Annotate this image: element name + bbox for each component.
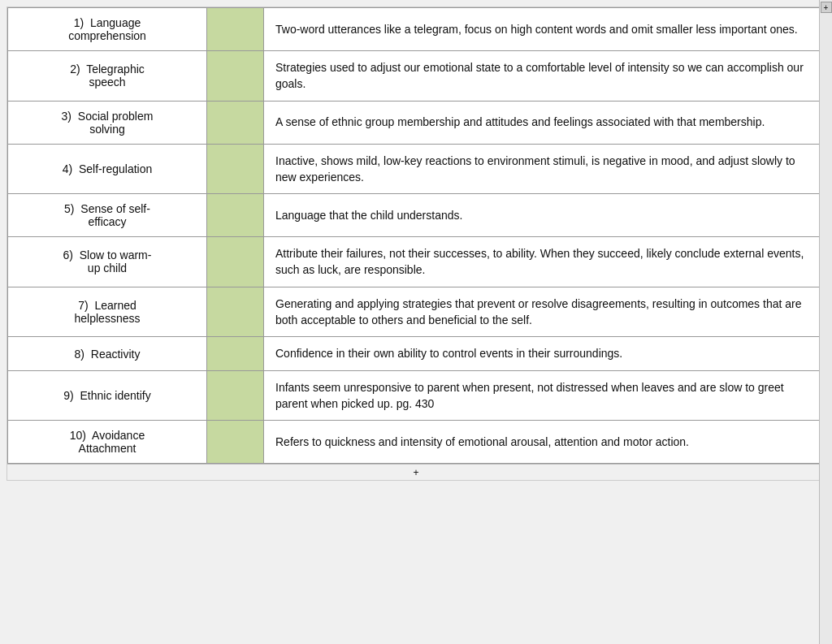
row-description: A sense of ethnic group membership and a… — [264, 101, 825, 144]
row-term: AvoidanceAttachment — [79, 429, 145, 455]
row-green-cell — [207, 144, 264, 194]
row-green-cell — [207, 370, 264, 421]
row-number: 5) — [64, 202, 74, 215]
table-row: 8) Reactivity Confidence in their own ab… — [8, 337, 825, 370]
table-row: 5) Sense of self-efficacy Language that … — [8, 194, 825, 237]
row-description: Confidence in their own ability to contr… — [264, 337, 825, 370]
main-page: 1) Languagecomprehension Two-word uttera… — [6, 6, 826, 481]
scrollbar[interactable]: + — [819, 0, 832, 487]
table-row: 2) Telegraphicspeech Strategies used to … — [8, 51, 825, 102]
row-description: Strategies used to adjust our emotional … — [264, 51, 825, 102]
table-row: 6) Slow to warm-up child Attribute their… — [8, 237, 825, 287]
row-term: Slow to warm-up child — [80, 249, 152, 274]
row-description: Language that the child understands. — [264, 194, 825, 237]
row-description: Two-word utterances like a telegram, foc… — [264, 8, 825, 51]
row-number: 10) — [70, 429, 86, 442]
row-label: 7) Learnedhelplessness — [8, 287, 207, 337]
table-row: 1) Languagecomprehension Two-word uttera… — [8, 8, 825, 51]
row-green-cell — [207, 421, 264, 464]
row-green-cell — [207, 337, 264, 370]
row-label: 3) Social problemsolving — [8, 101, 207, 144]
row-number: 2) — [70, 63, 80, 76]
row-label: 2) Telegraphicspeech — [8, 51, 207, 102]
row-label: 8) Reactivity — [8, 337, 207, 370]
bottom-plus-button[interactable]: + — [408, 467, 423, 478]
matching-table: 1) Languagecomprehension Two-word uttera… — [7, 7, 825, 464]
row-term: Ethnic identify — [80, 389, 151, 402]
table-row: 4) Self-regulation Inactive, shows mild,… — [8, 144, 825, 194]
table-row: 7) Learnedhelplessness Generating and ap… — [8, 287, 825, 337]
row-green-cell — [207, 51, 264, 102]
row-description: Attribute their failures, not their succ… — [264, 237, 825, 287]
row-description: Infants seem unresponsive to parent when… — [264, 370, 825, 421]
row-number: 7) — [78, 299, 88, 312]
row-description: Inactive, shows mild, low-key reactions … — [264, 144, 825, 194]
row-number: 8) — [75, 348, 84, 361]
table-row: 10) AvoidanceAttachment Refers to quickn… — [8, 421, 825, 464]
row-term: Social problemsolving — [78, 110, 154, 136]
row-term: Reactivity — [91, 348, 141, 361]
row-label: 6) Slow to warm-up child — [8, 237, 207, 287]
row-term: Self-regulation — [79, 162, 152, 175]
bottom-bar[interactable]: + — [7, 464, 825, 480]
row-label: 1) Languagecomprehension — [8, 8, 207, 51]
row-description: Refers to quickness and intensity of emo… — [264, 421, 825, 464]
row-label: 4) Self-regulation — [8, 144, 207, 194]
row-term: Sense of self-efficacy — [80, 202, 150, 228]
row-green-cell — [207, 194, 264, 237]
row-term: Telegraphicspeech — [86, 63, 145, 89]
row-description: Generating and applying strategies that … — [264, 287, 825, 337]
table-row: 9) Ethnic identify Infants seem unrespon… — [8, 370, 825, 421]
scroll-plus-button[interactable]: + — [821, 2, 832, 13]
row-label: 5) Sense of self-efficacy — [8, 194, 207, 237]
row-green-cell — [207, 8, 264, 51]
row-green-cell — [207, 101, 264, 144]
row-number: 1) — [74, 16, 84, 29]
row-number: 6) — [63, 249, 73, 261]
row-number: 9) — [63, 389, 73, 402]
row-number: 3) — [62, 110, 72, 123]
row-number: 4) — [63, 162, 72, 175]
row-green-cell — [207, 237, 264, 287]
row-green-cell — [207, 287, 264, 337]
row-label: 10) AvoidanceAttachment — [8, 421, 207, 464]
row-label: 9) Ethnic identify — [8, 370, 207, 421]
table-row: 3) Social problemsolving A sense of ethn… — [8, 101, 825, 144]
